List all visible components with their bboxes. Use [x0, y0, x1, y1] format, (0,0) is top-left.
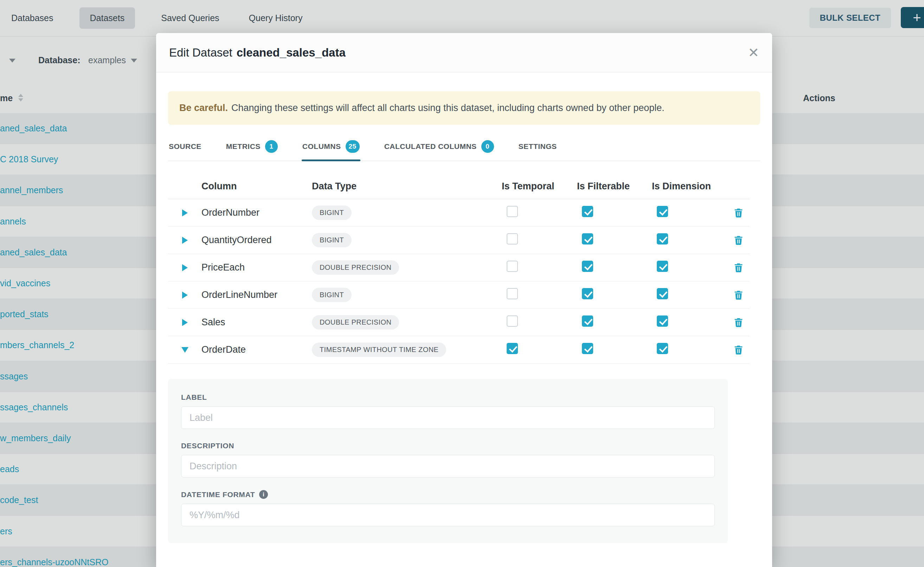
tab-label: COLUMNS [302, 142, 341, 151]
expand-row-icon[interactable] [182, 319, 188, 326]
description-field-group: DESCRIPTION [181, 442, 715, 477]
data-type-pill: BIGINT [312, 206, 352, 220]
data-type-pill: DOUBLE PRECISION [312, 260, 399, 275]
label-field-group: LABEL [181, 393, 715, 429]
datetime-format-field-group: DATETIME FORMAT i [181, 490, 715, 526]
delete-column-button[interactable] [733, 317, 743, 327]
calculated-columns-count-badge: 0 [482, 140, 494, 153]
field-label-text: LABEL [181, 393, 207, 402]
trash-icon [733, 290, 743, 300]
is-temporal-header: Is Temporal [502, 181, 577, 192]
column-detail-panel: LABEL DESCRIPTION DATETIME FORMAT i [168, 379, 728, 543]
is-temporal-checkbox[interactable] [507, 343, 518, 354]
is-temporal-checkbox[interactable] [507, 233, 518, 244]
delete-column-button[interactable] [733, 235, 743, 245]
field-label-text: DESCRIPTION [181, 442, 234, 450]
datetime-format-field-label: DATETIME FORMAT i [181, 490, 715, 499]
metrics-count-badge: 1 [265, 140, 278, 153]
tab-calculated-columns[interactable]: CALCULATED COLUMNS 0 [384, 134, 495, 160]
warning-banner-text: Changing these settings will affect all … [231, 102, 665, 114]
expand-row-icon[interactable] [182, 264, 188, 271]
tab-label: CALCULATED COLUMNS [384, 142, 477, 151]
data-type-header: Data Type [312, 181, 502, 192]
description-field-label: DESCRIPTION [181, 442, 715, 450]
is-filterable-checkbox[interactable] [582, 315, 593, 327]
tab-settings[interactable]: SETTINGS [518, 134, 558, 160]
column-row: PriceEachDOUBLE PRECISION [168, 254, 749, 281]
columns-count-badge: 25 [346, 140, 360, 153]
warning-banner-bold: Be careful. [179, 102, 228, 114]
column-name: QuantityOrdered [202, 235, 312, 246]
warning-banner: Be careful. Changing these settings will… [168, 92, 760, 125]
modal-title: Edit Dataset cleaned_sales_data [169, 46, 346, 59]
close-icon[interactable]: ✕ [748, 46, 759, 59]
tab-label: SOURCE [169, 142, 202, 151]
column-row: OrderDateTIMESTAMP WITHOUT TIME ZONE [168, 336, 749, 364]
column-name: Sales [202, 317, 312, 328]
trash-icon [733, 262, 743, 273]
is-filterable-checkbox[interactable] [582, 288, 593, 299]
is-dimension-checkbox[interactable] [657, 315, 668, 327]
data-type-pill: DOUBLE PRECISION [312, 315, 399, 330]
modal-body: Be careful. Changing these settings will… [156, 92, 772, 543]
modal-tabs: SOURCE METRICS 1 COLUMNS 25 CALCULATED C… [168, 134, 760, 161]
modal-title-prefix: Edit Dataset [169, 46, 232, 59]
expand-row-icon[interactable] [182, 209, 188, 216]
column-row: OrderNumberBIGINT [168, 199, 749, 226]
trash-icon [733, 208, 743, 218]
trash-icon [733, 235, 743, 245]
is-filterable-checkbox[interactable] [582, 233, 593, 244]
columns-table-body: OrderNumberBIGINT QuantityOrderedBIGINT … [168, 199, 749, 364]
modal-header: Edit Dataset cleaned_sales_data ✕ [156, 33, 772, 72]
tab-source[interactable]: SOURCE [168, 134, 202, 160]
is-dimension-checkbox[interactable] [657, 206, 668, 217]
tab-columns[interactable]: COLUMNS 25 [302, 134, 360, 160]
tab-metrics[interactable]: METRICS 1 [226, 134, 278, 160]
is-dimension-checkbox[interactable] [657, 233, 668, 244]
is-dimension-header: Is Dimension [652, 181, 727, 192]
is-temporal-checkbox[interactable] [507, 315, 518, 327]
tab-label: SETTINGS [519, 142, 557, 151]
is-filterable-checkbox[interactable] [582, 206, 593, 217]
data-type-pill: BIGINT [312, 288, 352, 302]
modal-title-dataset-name: cleaned_sales_data [236, 46, 346, 59]
datetime-format-input[interactable] [181, 504, 715, 526]
edit-dataset-modal: Edit Dataset cleaned_sales_data ✕ Be car… [156, 33, 772, 567]
column-name: OrderNumber [202, 207, 312, 218]
description-input[interactable] [181, 455, 715, 477]
expand-row-icon[interactable] [182, 237, 188, 244]
delete-column-button[interactable] [733, 290, 743, 300]
label-field-label: LABEL [181, 393, 715, 402]
column-row: OrderLineNumberBIGINT [168, 281, 749, 309]
collapse-row-icon[interactable] [181, 347, 188, 353]
label-input[interactable] [181, 406, 715, 429]
field-label-text: DATETIME FORMAT [181, 490, 255, 499]
trash-icon [733, 317, 743, 327]
column-name: OrderDate [202, 344, 312, 355]
is-filterable-checkbox[interactable] [582, 343, 593, 354]
column-row: SalesDOUBLE PRECISION [168, 309, 749, 336]
columns-table-header: Column Data Type Is Temporal Is Filterab… [168, 174, 749, 199]
trash-icon [733, 345, 743, 355]
data-type-pill: TIMESTAMP WITHOUT TIME ZONE [312, 342, 446, 357]
is-filterable-checkbox[interactable] [582, 261, 593, 272]
column-header: Column [202, 181, 312, 192]
data-type-pill: BIGINT [312, 233, 352, 248]
is-temporal-checkbox[interactable] [507, 288, 518, 299]
is-filterable-header: Is Filterable [577, 181, 652, 192]
info-icon[interactable]: i [259, 490, 268, 499]
delete-column-button[interactable] [733, 208, 743, 218]
is-temporal-checkbox[interactable] [507, 261, 518, 272]
column-name: OrderLineNumber [202, 290, 312, 300]
tab-label: METRICS [226, 142, 260, 151]
is-temporal-checkbox[interactable] [507, 206, 518, 217]
expand-row-icon[interactable] [182, 292, 188, 298]
is-dimension-checkbox[interactable] [657, 261, 668, 272]
is-dimension-checkbox[interactable] [657, 288, 668, 299]
is-dimension-checkbox[interactable] [657, 343, 668, 354]
column-row: QuantityOrderedBIGINT [168, 226, 749, 254]
columns-table: Column Data Type Is Temporal Is Filterab… [168, 174, 749, 364]
delete-column-button[interactable] [733, 345, 743, 355]
column-name: PriceEach [202, 262, 312, 273]
delete-column-button[interactable] [733, 262, 743, 273]
